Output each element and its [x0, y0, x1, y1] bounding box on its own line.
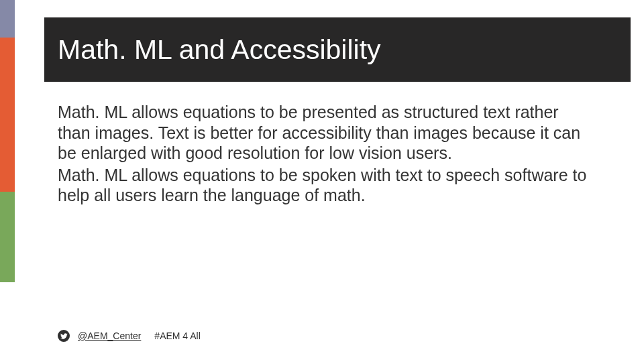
- sidebar-seg-3: [0, 192, 15, 282]
- sidebar-seg-2: [0, 38, 15, 192]
- sidebar-seg-4: [0, 282, 15, 362]
- body-paragraph-1: Math. ML allows equations to be presente…: [58, 102, 594, 164]
- accent-sidebar: [0, 0, 15, 362]
- twitter-handle: @AEM_Center: [78, 330, 141, 341]
- footer: @AEM_Center #AEM 4 All: [58, 330, 201, 342]
- twitter-icon: [58, 330, 70, 342]
- slide-title: Math. ML and Accessibility: [58, 34, 381, 66]
- title-bar: Math. ML and Accessibility: [44, 17, 631, 82]
- body-paragraph-2: Math. ML allows equations to be spoken w…: [58, 165, 594, 206]
- hashtag: #AEM 4 All: [154, 330, 200, 341]
- body-text: Math. ML allows equations to be presente…: [58, 102, 594, 206]
- sidebar-seg-1: [0, 0, 15, 38]
